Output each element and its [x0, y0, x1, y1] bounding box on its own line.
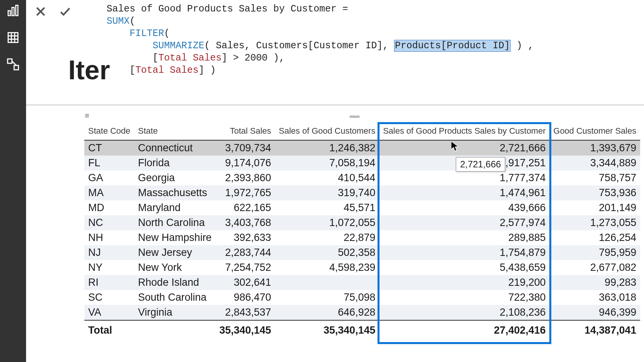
cell-state: New York [134, 260, 215, 275]
cell-state: Massachusetts [134, 185, 215, 200]
col-header-good-customer-sales[interactable]: Good Customer Sales [550, 124, 640, 140]
cell-total: 986,470 [215, 290, 275, 305]
cell-gcs: 2,677,082 [550, 260, 640, 275]
svg-rect-2 [16, 5, 18, 16]
table-row[interactable]: NJNew Jersey2,283,744502,3581,754,879795… [84, 245, 640, 260]
formula-text: = [337, 3, 354, 15]
formula-func: FILTER [130, 28, 164, 39]
report-view-icon[interactable] [5, 3, 21, 18]
cell-gcs: 201,149 [550, 200, 640, 215]
cell-code: VA [84, 305, 134, 320]
cell-state: Virginia [134, 305, 215, 320]
drag-grip-icon[interactable] [350, 115, 360, 119]
formula-bar: Iter Sales of Good Products Sales by Cus… [26, 0, 644, 105]
cell-good_cust [275, 275, 379, 290]
cell-code: NY [84, 260, 134, 275]
cell-code: MA [84, 185, 134, 200]
cell-gcs: 795,959 [550, 245, 640, 260]
cell-state: North Carolina [134, 215, 215, 230]
cell-good_cust: 4,598,239 [275, 260, 379, 275]
cell-gcs: 99,283 [550, 275, 640, 290]
cell-gcs: 126,254 [550, 230, 640, 245]
cell-good_cust: 646,928 [275, 305, 379, 320]
cell-gcs: 1,393,679 [550, 140, 640, 156]
cell-total: 3,403,768 [215, 215, 275, 230]
cell-tooltip: 2,721,666 [456, 157, 505, 172]
table-row[interactable]: NHNew Hampshire392,63322,879289,885126,2… [84, 230, 640, 245]
cell-code: CT [84, 140, 134, 156]
cell-code: NJ [84, 245, 134, 260]
cell-state: New Hampshire [134, 230, 215, 245]
formula-text: ( [164, 28, 170, 39]
cell-code: NH [84, 230, 134, 245]
formula-text: ] ) [199, 65, 216, 76]
table-row[interactable]: GAGeorgia2,393,860410,5441,777,374758,75… [84, 170, 640, 185]
total-good-customers: 35,340,145 [275, 320, 379, 339]
svg-rect-8 [8, 59, 12, 63]
col-header-good-products[interactable]: Sales of Good Products Sales by Customer [379, 124, 549, 140]
cell-good_prod: 2,577,974 [379, 215, 549, 230]
cell-total: 2,843,537 [215, 305, 275, 320]
cell-good_cust: 1,072,055 [275, 215, 379, 230]
formula-text: [ [153, 52, 158, 64]
svg-line-10 [12, 61, 16, 66]
data-view-icon[interactable] [5, 30, 21, 45]
table-row[interactable]: VAVirginia2,843,537646,9282,108,236946,3… [84, 305, 640, 320]
cell-good_prod: 5,438,659 [379, 260, 549, 275]
table-row[interactable]: NYNew York7,254,7524,598,2395,438,6592,6… [84, 260, 640, 275]
cell-good_cust: 7,058,194 [275, 156, 379, 170]
table-row[interactable]: MDMaryland622,16545,571439,666201,149 [84, 200, 640, 215]
table-row[interactable]: CTConnecticut3,709,7341,246,3822,721,666… [84, 140, 640, 156]
cell-state: Georgia [134, 170, 215, 185]
cancel-formula-button[interactable] [30, 1, 51, 22]
cell-total: 9,174,076 [215, 156, 275, 170]
cell-good_prod: 1,474,961 [379, 185, 549, 200]
table-row[interactable]: NCNorth Carolina3,403,7681,072,0552,577,… [84, 215, 640, 230]
col-header-state[interactable]: State [134, 124, 215, 140]
cell-good_prod: 289,885 [379, 230, 549, 245]
data-table: State Code State Total Sales Sales of Go… [84, 124, 640, 339]
formula-selected-text: Products[Product ID] [394, 40, 511, 52]
total-good-customer-sales: 14,387,041 [550, 320, 640, 339]
cell-gcs: 3,344,889 [550, 156, 640, 170]
table-row[interactable]: MAMassachusetts1,972,765319,7401,474,961… [84, 185, 640, 200]
formula-text: ( Sales, Customers[Customer ID], [204, 40, 394, 51]
cell-good_cust: 75,098 [275, 290, 379, 305]
col-header-good-customers[interactable]: Sales of Good Customers [275, 124, 379, 140]
cell-state: South Carolina [134, 290, 215, 305]
formula-measure: Total Sales [135, 65, 199, 76]
col-header-state-code[interactable]: State Code [84, 124, 134, 140]
svg-rect-9 [14, 66, 18, 70]
formula-editor[interactable]: Sales of Good Products Sales by Customer… [107, 3, 640, 77]
cell-good_prod: 439,666 [379, 200, 549, 215]
cell-total: 7,254,752 [215, 260, 275, 275]
cell-good_prod: 722,380 [379, 290, 549, 305]
formula-func: SUMX [107, 16, 130, 27]
total-total-sales: 35,340,145 [215, 320, 275, 339]
cell-code: MD [84, 200, 134, 215]
total-label: Total [84, 320, 215, 339]
table-row[interactable]: RIRhode Island302,641219,20099,283 [84, 275, 640, 290]
formula-text: ( [130, 16, 135, 27]
cell-code: SC [84, 290, 134, 305]
cell-good_prod: 2,721,666 [379, 140, 549, 156]
cell-gcs: 753,936 [550, 185, 640, 200]
formula-text: Sales of Good Products Sales by Customer [107, 3, 337, 15]
formula-text: ) , [511, 40, 534, 51]
commit-formula-button[interactable] [54, 1, 76, 22]
cell-good_cust: 502,358 [275, 245, 379, 260]
cell-gcs: 758,757 [550, 170, 640, 185]
col-header-total-sales[interactable]: Total Sales [215, 124, 275, 140]
model-view-icon[interactable] [5, 57, 21, 72]
cell-code: GA [84, 170, 134, 185]
page-title: Iter [68, 55, 110, 85]
formula-text: ] > 2000 ), [222, 52, 285, 64]
table-row[interactable]: FLFlorida9,174,0767,058,1946,917,2513,34… [84, 156, 640, 170]
resize-handle-icon[interactable] [84, 113, 90, 118]
table-row[interactable]: SCSouth Carolina986,47075,098722,380363,… [84, 290, 640, 305]
cell-code: NC [84, 215, 134, 230]
table-visual[interactable]: State Code State Total Sales Sales of Go… [84, 113, 625, 339]
cell-total: 302,641 [215, 275, 275, 290]
cell-state: Rhode Island [134, 275, 215, 290]
cell-code: RI [84, 275, 134, 290]
